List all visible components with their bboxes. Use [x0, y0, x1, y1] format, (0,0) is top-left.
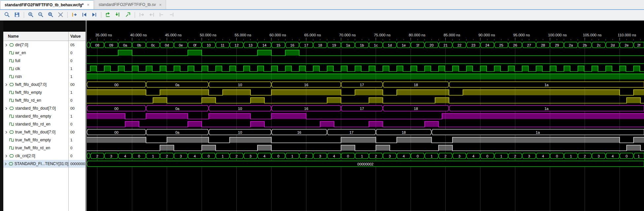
- bus-value-label: 1: [500, 154, 502, 158]
- signal-high-fill: [564, 66, 570, 72]
- signal-value: 0: [69, 152, 85, 160]
- signal-high-fill: [257, 66, 264, 72]
- signal-high-fill: [87, 90, 146, 95]
- signal-row[interactable]: standard_fifo_dout[7:0]: [3, 104, 68, 112]
- signal-row[interactable]: fwft_fifo_rd_en: [3, 96, 68, 104]
- tab-source-file[interactable]: standardFIFO2FWFTFIFO_tb.sv ×: [94, 0, 166, 9]
- signal-high-fill: [188, 50, 202, 56]
- ruler-label: 80.000 ns: [409, 33, 425, 37]
- signal-row[interactable]: standard_fifo_empty: [3, 112, 68, 120]
- signal-name: din[7:0]: [15, 43, 28, 47]
- signal-high-fill: [466, 66, 473, 72]
- signal-value: 1: [69, 112, 85, 120]
- signal-high-fill: [320, 122, 334, 127]
- bus-value-label: 0: [208, 154, 210, 158]
- signal-row[interactable]: standard_fifo_rd_en: [3, 120, 68, 128]
- signal-high-fill: [251, 98, 264, 103]
- bus-segment: [87, 42, 90, 48]
- zoom-out-icon[interactable]: [36, 11, 45, 19]
- left-edge-strip: [0, 20, 3, 211]
- signal-high-fill: [118, 50, 132, 56]
- zoom-in-icon[interactable]: [26, 11, 35, 19]
- zoom-selection-icon[interactable]: [56, 11, 65, 19]
- go-to-time-icon[interactable]: [70, 11, 79, 19]
- search-icon[interactable]: [3, 11, 12, 19]
- bus-value-label: 1: [291, 154, 293, 158]
- signal-name-panel: Name din[7:0]wr_enfullclkrstnfwft_fifo_d…: [3, 32, 68, 211]
- previous-transition-icon[interactable]: [80, 11, 89, 19]
- bus-value-label: 17: [304, 43, 308, 47]
- zoom-fit-icon[interactable]: [46, 11, 55, 19]
- signal-high-fill: [125, 122, 139, 127]
- expand-arrow-icon[interactable]: [4, 155, 8, 158]
- tab-close-icon[interactable]: ×: [87, 2, 89, 7]
- signal-high-fill: [327, 98, 341, 103]
- signal-row[interactable]: true_fwft_fifo_rd_en: [3, 144, 68, 152]
- expand-arrow-icon[interactable]: [4, 131, 8, 134]
- signal-high-fill: [132, 66, 138, 72]
- signal-high-fill: [299, 66, 306, 72]
- signal-row[interactable]: wr_en: [3, 49, 68, 57]
- bus-value-label: 4: [612, 154, 614, 158]
- signal-high-fill: [87, 114, 125, 119]
- ruler-label: 60.000 ns: [269, 33, 286, 37]
- bus-value-label: 20: [429, 43, 433, 47]
- signal-value: 0: [69, 144, 85, 152]
- signal-row[interactable]: fwft_fifo_dout[7:0]: [3, 81, 68, 88]
- bus-value-label: 3: [110, 154, 112, 158]
- signal-name: standard_fifo_rd_en: [15, 122, 51, 126]
- signal-row[interactable]: true_fwft_fifo_empty: [3, 136, 68, 144]
- ruler-label: 95.000 ns: [513, 33, 530, 37]
- signal-high-fill: [480, 66, 487, 72]
- scalar-signal-icon: [9, 59, 14, 63]
- signal-row[interactable]: fwft_fifo_empty: [3, 88, 68, 96]
- tab-close-icon[interactable]: ×: [159, 2, 162, 7]
- swap-cursors-icon[interactable]: [104, 11, 113, 19]
- signal-high-fill: [442, 114, 644, 119]
- bus-value-label: 10: [207, 43, 211, 47]
- signal-value: 1: [69, 88, 85, 96]
- signal-high-fill: [508, 66, 515, 72]
- expand-arrow-icon[interactable]: [4, 162, 7, 165]
- go-to-marker-icon[interactable]: [114, 11, 122, 19]
- signal-value-panel: Value 050011001000100010000000002: [68, 32, 85, 211]
- signal-value: 00: [69, 128, 85, 136]
- signal-row[interactable]: rstn: [3, 73, 68, 81]
- signal-high-fill: [550, 66, 556, 72]
- signal-high-fill: [355, 90, 383, 95]
- signal-high-fill: [87, 74, 644, 80]
- signal-high-fill: [202, 98, 216, 103]
- bus-value-label: 2: [445, 154, 447, 158]
- signal-row[interactable]: din[7:0]: [3, 41, 68, 49]
- bus-value-label: 0: [486, 154, 488, 158]
- signal-high-fill: [251, 122, 264, 127]
- ruler-label: 70.000 ns: [339, 33, 356, 37]
- bus-value-label: 1a: [536, 130, 540, 134]
- signal-row[interactable]: clk: [3, 65, 68, 73]
- bus-signal-icon: [9, 162, 13, 166]
- bus-signal-icon: [9, 106, 14, 110]
- scalar-signal-icon: [9, 146, 14, 150]
- waveform-canvas[interactable]: 35.000 ns40.000 ns45.000 ns50.000 ns55.0…: [87, 20, 644, 211]
- bus-value-label: 0: [556, 154, 558, 158]
- tab-wave-config[interactable]: standardFIFO2FWFTFIFO_tb_behav.wcfg* ×: [0, 0, 94, 9]
- expand-arrow-icon[interactable]: [4, 107, 8, 110]
- signal-high-fill: [160, 145, 174, 151]
- signal-row[interactable]: true_fwft_fifo_dout[7:0]: [3, 128, 68, 136]
- value-column-header: Value: [69, 32, 85, 41]
- signal-row[interactable]: full: [3, 57, 68, 65]
- signal-high-fill: [383, 66, 389, 72]
- signal-name: true_fwft_fifo_empty: [15, 138, 51, 142]
- add-marker-icon[interactable]: [123, 11, 132, 19]
- expand-arrow-icon[interactable]: [4, 83, 8, 86]
- save-icon[interactable]: [13, 11, 21, 19]
- signal-row[interactable]: clk_cnt[2:0]: [3, 152, 68, 160]
- expand-arrow-icon[interactable]: [4, 44, 8, 47]
- signal-high-fill: [188, 122, 202, 127]
- bus-value-label: 14: [262, 43, 266, 47]
- dock-right-icon: [147, 11, 156, 19]
- signal-row[interactable]: STANDARD_FI...TENCY[31:0]: [3, 160, 68, 168]
- signal-high-fill: [202, 145, 216, 151]
- signal-high-fill: [209, 114, 251, 119]
- next-transition-icon[interactable]: [90, 11, 99, 19]
